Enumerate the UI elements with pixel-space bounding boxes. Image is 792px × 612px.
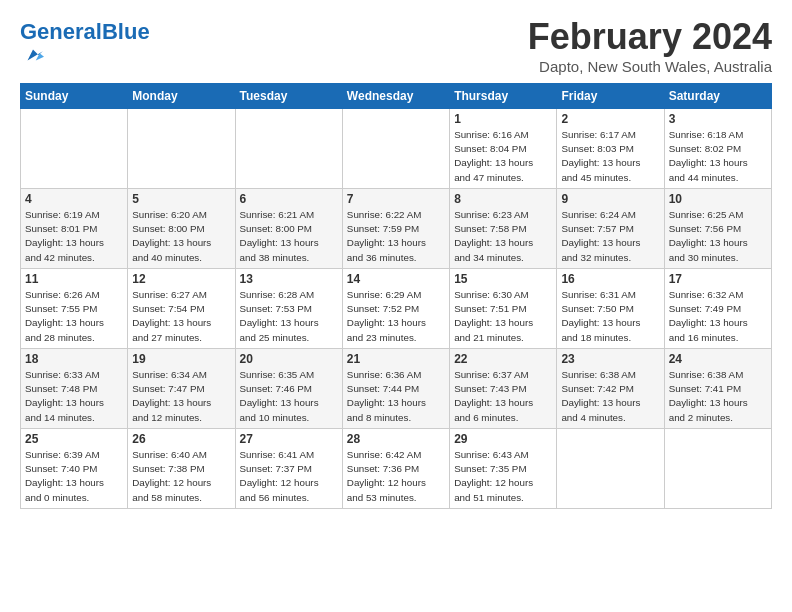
day-number: 5 [132,192,230,206]
month-title: February 2024 [528,16,772,58]
calendar-cell [557,429,664,509]
day-number: 15 [454,272,552,286]
weekday-header-saturday: Saturday [664,84,771,109]
day-info: Sunrise: 6:20 AM Sunset: 8:00 PM Dayligh… [132,208,230,265]
weekday-header-wednesday: Wednesday [342,84,449,109]
calendar-cell: 8Sunrise: 6:23 AM Sunset: 7:58 PM Daylig… [450,189,557,269]
day-number: 18 [25,352,123,366]
calendar-week-row: 1Sunrise: 6:16 AM Sunset: 8:04 PM Daylig… [21,109,772,189]
day-info: Sunrise: 6:38 AM Sunset: 7:41 PM Dayligh… [669,368,767,425]
day-number: 20 [240,352,338,366]
day-number: 12 [132,272,230,286]
calendar-week-row: 4Sunrise: 6:19 AM Sunset: 8:01 PM Daylig… [21,189,772,269]
weekday-header-monday: Monday [128,84,235,109]
day-number: 28 [347,432,445,446]
day-number: 13 [240,272,338,286]
logo-general: General [20,19,102,44]
day-info: Sunrise: 6:28 AM Sunset: 7:53 PM Dayligh… [240,288,338,345]
day-number: 7 [347,192,445,206]
calendar-cell: 25Sunrise: 6:39 AM Sunset: 7:40 PM Dayli… [21,429,128,509]
calendar-cell: 5Sunrise: 6:20 AM Sunset: 8:00 PM Daylig… [128,189,235,269]
day-info: Sunrise: 6:17 AM Sunset: 8:03 PM Dayligh… [561,128,659,185]
day-number: 8 [454,192,552,206]
weekday-header-row: SundayMondayTuesdayWednesdayThursdayFrid… [21,84,772,109]
day-number: 23 [561,352,659,366]
day-number: 27 [240,432,338,446]
day-number: 3 [669,112,767,126]
title-section: February 2024 Dapto, New South Wales, Au… [528,16,772,75]
day-number: 25 [25,432,123,446]
calendar-table: SundayMondayTuesdayWednesdayThursdayFrid… [20,83,772,509]
day-info: Sunrise: 6:33 AM Sunset: 7:48 PM Dayligh… [25,368,123,425]
day-info: Sunrise: 6:34 AM Sunset: 7:47 PM Dayligh… [132,368,230,425]
day-number: 9 [561,192,659,206]
weekday-header-tuesday: Tuesday [235,84,342,109]
calendar-cell: 27Sunrise: 6:41 AM Sunset: 7:37 PM Dayli… [235,429,342,509]
logo-icon [22,44,44,66]
day-info: Sunrise: 6:32 AM Sunset: 7:49 PM Dayligh… [669,288,767,345]
day-info: Sunrise: 6:21 AM Sunset: 8:00 PM Dayligh… [240,208,338,265]
day-number: 22 [454,352,552,366]
calendar-cell: 6Sunrise: 6:21 AM Sunset: 8:00 PM Daylig… [235,189,342,269]
calendar-cell: 15Sunrise: 6:30 AM Sunset: 7:51 PM Dayli… [450,269,557,349]
day-info: Sunrise: 6:27 AM Sunset: 7:54 PM Dayligh… [132,288,230,345]
day-info: Sunrise: 6:24 AM Sunset: 7:57 PM Dayligh… [561,208,659,265]
calendar-cell: 10Sunrise: 6:25 AM Sunset: 7:56 PM Dayli… [664,189,771,269]
day-info: Sunrise: 6:25 AM Sunset: 7:56 PM Dayligh… [669,208,767,265]
calendar-cell: 3Sunrise: 6:18 AM Sunset: 8:02 PM Daylig… [664,109,771,189]
calendar-cell: 29Sunrise: 6:43 AM Sunset: 7:35 PM Dayli… [450,429,557,509]
day-info: Sunrise: 6:18 AM Sunset: 8:02 PM Dayligh… [669,128,767,185]
day-info: Sunrise: 6:37 AM Sunset: 7:43 PM Dayligh… [454,368,552,425]
day-number: 29 [454,432,552,446]
day-info: Sunrise: 6:36 AM Sunset: 7:44 PM Dayligh… [347,368,445,425]
calendar-cell: 1Sunrise: 6:16 AM Sunset: 8:04 PM Daylig… [450,109,557,189]
calendar-cell: 21Sunrise: 6:36 AM Sunset: 7:44 PM Dayli… [342,349,449,429]
day-number: 6 [240,192,338,206]
calendar-cell [664,429,771,509]
day-info: Sunrise: 6:40 AM Sunset: 7:38 PM Dayligh… [132,448,230,505]
day-number: 14 [347,272,445,286]
calendar-cell: 13Sunrise: 6:28 AM Sunset: 7:53 PM Dayli… [235,269,342,349]
calendar-cell: 26Sunrise: 6:40 AM Sunset: 7:38 PM Dayli… [128,429,235,509]
weekday-header-sunday: Sunday [21,84,128,109]
day-info: Sunrise: 6:38 AM Sunset: 7:42 PM Dayligh… [561,368,659,425]
day-info: Sunrise: 6:19 AM Sunset: 8:01 PM Dayligh… [25,208,123,265]
day-info: Sunrise: 6:30 AM Sunset: 7:51 PM Dayligh… [454,288,552,345]
calendar-cell: 22Sunrise: 6:37 AM Sunset: 7:43 PM Dayli… [450,349,557,429]
calendar-week-row: 18Sunrise: 6:33 AM Sunset: 7:48 PM Dayli… [21,349,772,429]
day-number: 10 [669,192,767,206]
day-info: Sunrise: 6:31 AM Sunset: 7:50 PM Dayligh… [561,288,659,345]
calendar-cell: 18Sunrise: 6:33 AM Sunset: 7:48 PM Dayli… [21,349,128,429]
day-info: Sunrise: 6:26 AM Sunset: 7:55 PM Dayligh… [25,288,123,345]
calendar-cell: 24Sunrise: 6:38 AM Sunset: 7:41 PM Dayli… [664,349,771,429]
day-number: 17 [669,272,767,286]
day-info: Sunrise: 6:16 AM Sunset: 8:04 PM Dayligh… [454,128,552,185]
calendar-cell: 9Sunrise: 6:24 AM Sunset: 7:57 PM Daylig… [557,189,664,269]
day-info: Sunrise: 6:41 AM Sunset: 7:37 PM Dayligh… [240,448,338,505]
calendar-cell: 7Sunrise: 6:22 AM Sunset: 7:59 PM Daylig… [342,189,449,269]
calendar-cell: 17Sunrise: 6:32 AM Sunset: 7:49 PM Dayli… [664,269,771,349]
day-info: Sunrise: 6:42 AM Sunset: 7:36 PM Dayligh… [347,448,445,505]
day-info: Sunrise: 6:35 AM Sunset: 7:46 PM Dayligh… [240,368,338,425]
calendar-week-row: 11Sunrise: 6:26 AM Sunset: 7:55 PM Dayli… [21,269,772,349]
logo-text: GeneralBlue [20,20,150,44]
day-info: Sunrise: 6:43 AM Sunset: 7:35 PM Dayligh… [454,448,552,505]
day-number: 24 [669,352,767,366]
day-info: Sunrise: 6:22 AM Sunset: 7:59 PM Dayligh… [347,208,445,265]
page-header: GeneralBlue February 2024 Dapto, New Sou… [20,16,772,75]
calendar-cell: 11Sunrise: 6:26 AM Sunset: 7:55 PM Dayli… [21,269,128,349]
calendar-cell [128,109,235,189]
day-info: Sunrise: 6:23 AM Sunset: 7:58 PM Dayligh… [454,208,552,265]
day-number: 11 [25,272,123,286]
calendar-cell: 14Sunrise: 6:29 AM Sunset: 7:52 PM Dayli… [342,269,449,349]
day-info: Sunrise: 6:29 AM Sunset: 7:52 PM Dayligh… [347,288,445,345]
calendar-cell: 2Sunrise: 6:17 AM Sunset: 8:03 PM Daylig… [557,109,664,189]
location-title: Dapto, New South Wales, Australia [528,58,772,75]
calendar-cell: 16Sunrise: 6:31 AM Sunset: 7:50 PM Dayli… [557,269,664,349]
calendar-cell: 12Sunrise: 6:27 AM Sunset: 7:54 PM Dayli… [128,269,235,349]
day-number: 21 [347,352,445,366]
day-number: 26 [132,432,230,446]
calendar-cell [21,109,128,189]
day-number: 4 [25,192,123,206]
calendar-cell: 4Sunrise: 6:19 AM Sunset: 8:01 PM Daylig… [21,189,128,269]
